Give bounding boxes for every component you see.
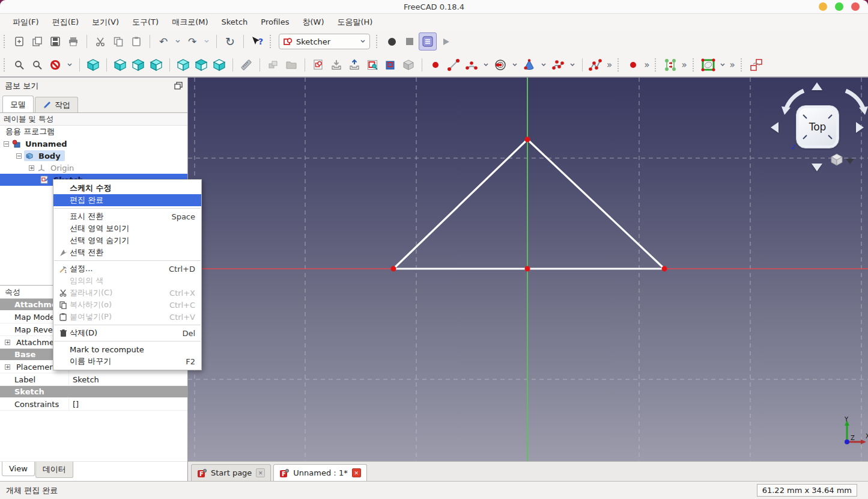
conic-dropdown[interactable]: [538, 56, 549, 74]
nav-arrow-down[interactable]: [812, 164, 822, 171]
macro-stop-button[interactable]: [401, 32, 419, 51]
redo-dropdown[interactable]: [201, 32, 212, 51]
macro-record-button[interactable]: [383, 32, 401, 51]
close-tab-icon[interactable]: ✕: [352, 468, 361, 477]
create-circle-button[interactable]: [491, 56, 509, 74]
tree-item-origin[interactable]: + Origin: [0, 162, 187, 174]
redo-button[interactable]: ↷: [183, 32, 201, 51]
macro-dialog-button[interactable]: [419, 32, 437, 51]
bspline-dropdown[interactable]: [567, 56, 578, 74]
save-button[interactable]: [46, 32, 64, 51]
refresh-button[interactable]: ↻: [221, 32, 239, 51]
new-document-button[interactable]: [10, 32, 28, 51]
sketch-canvas[interactable]: [188, 78, 868, 461]
collapse-toggle[interactable]: −: [4, 141, 9, 147]
leave-sketch-button[interactable]: [363, 56, 381, 74]
bspline-tools-dropdown[interactable]: [717, 56, 728, 74]
menu-edit[interactable]: 편집(E): [46, 15, 85, 29]
toolbar-handle[interactable]: [655, 58, 659, 72]
print-button[interactable]: [64, 32, 82, 51]
measure-button[interactable]: [237, 56, 255, 74]
toolbar-handle[interactable]: [270, 35, 274, 48]
menu-macro[interactable]: 매크로(M): [165, 15, 214, 29]
expand-toggle[interactable]: +: [5, 364, 10, 370]
merge-sketch-button[interactable]: [327, 56, 345, 74]
minimize-button[interactable]: [819, 2, 827, 11]
expand-toggle[interactable]: +: [29, 165, 34, 171]
menu-profiles[interactable]: Profiles: [254, 16, 296, 28]
menu-file[interactable]: 파일(F): [6, 15, 46, 29]
bspline-tools-button[interactable]: [699, 56, 717, 74]
cut-button[interactable]: [91, 32, 109, 51]
property-row-constraints[interactable]: Constraints []: [0, 398, 187, 411]
menu-item-edit-sketch[interactable]: 스케치 수정: [53, 182, 201, 194]
new-sketch-button[interactable]: [309, 56, 327, 74]
expand-toggle[interactable]: +: [5, 340, 10, 345]
tab-unnamed-document[interactable]: F Unnamed : 1* ✕: [273, 464, 366, 481]
paste-button[interactable]: [127, 32, 145, 51]
toolbar-overflow-button[interactable]: »: [728, 60, 737, 70]
tab-start-page[interactable]: F Start page ✕: [191, 464, 271, 481]
toolbar-overflow-button[interactable]: »: [679, 60, 688, 70]
draw-style-dropdown[interactable]: [64, 56, 75, 74]
arc-dropdown[interactable]: [481, 56, 491, 74]
macro-play-button[interactable]: [437, 32, 455, 51]
virtual-space-button[interactable]: [747, 56, 765, 74]
workbench-selector[interactable]: Sketcher: [279, 34, 370, 49]
menu-windows[interactable]: 창(W): [296, 15, 331, 29]
group-button[interactable]: [264, 56, 282, 74]
toolbar-handle[interactable]: [741, 58, 745, 72]
menu-item-show-selection[interactable]: 선태 영역 보이기: [53, 222, 201, 234]
menu-item-toggle-visibility[interactable]: 표시 전환Space: [53, 210, 201, 222]
navigation-cube[interactable]: Top: [796, 105, 839, 148]
toolbar-overflow-button[interactable]: »: [642, 60, 651, 70]
tab-view-properties[interactable]: View: [2, 462, 35, 476]
rear-view-button[interactable]: [174, 56, 192, 74]
view-section-button[interactable]: [399, 56, 417, 74]
copy-button[interactable]: [109, 32, 127, 51]
menu-item-toggle-selectability[interactable]: 선택 전환: [53, 246, 201, 259]
tab-data-properties[interactable]: 데이터: [35, 462, 73, 478]
3d-viewport[interactable]: Top z Y X: [188, 78, 868, 461]
tree-item-body[interactable]: − Body: [0, 150, 187, 162]
point-button[interactable]: [624, 56, 642, 74]
create-arc-button[interactable]: [463, 56, 481, 74]
folder-button[interactable]: [282, 56, 300, 74]
menu-item-delete[interactable]: 삭제(D)Del: [53, 327, 201, 339]
tree-root-application[interactable]: 응용 프로그램: [0, 126, 187, 138]
map-sketch-button[interactable]: [381, 56, 399, 74]
sketch-vertices[interactable]: [391, 137, 667, 272]
constrain-block-button[interactable]: [661, 56, 679, 74]
menu-sketch[interactable]: Sketch: [215, 16, 255, 28]
open-document-button[interactable]: [28, 32, 46, 51]
create-point-button[interactable]: [426, 56, 445, 74]
fit-all-button[interactable]: [10, 56, 28, 74]
nav-arrow-up[interactable]: [812, 82, 822, 90]
create-line-button[interactable]: [445, 56, 463, 74]
front-view-button[interactable]: [111, 56, 129, 74]
tab-tasks[interactable]: 작업: [35, 97, 78, 112]
close-button[interactable]: [851, 2, 860, 11]
menu-item-finish-editing[interactable]: 편집 완료: [53, 194, 201, 206]
left-view-button[interactable]: [210, 56, 228, 74]
menu-tools[interactable]: 도구(T): [126, 15, 165, 29]
create-bspline-button[interactable]: [549, 56, 567, 74]
menu-item-settings[interactable]: 1 설정...Ctrl+D: [53, 263, 201, 275]
toolbar-handle[interactable]: [376, 35, 380, 48]
toolbar-overflow-button[interactable]: »: [605, 60, 614, 70]
toolbar-handle[interactable]: [618, 58, 622, 72]
axonometric-view-button[interactable]: [84, 56, 102, 74]
tree-item-document[interactable]: − Unnamed: [0, 138, 187, 150]
triangle-sketch[interactable]: [393, 139, 664, 269]
create-polyline-button[interactable]: [587, 56, 605, 74]
undo-button[interactable]: ↶: [154, 32, 172, 51]
menu-item-mark-to-recompute[interactable]: Mark to recompute: [53, 343, 201, 355]
menu-item-rename[interactable]: 이름 바꾸기F2: [53, 355, 201, 367]
circle-dropdown[interactable]: [509, 56, 520, 74]
export-sketch-button[interactable]: [345, 56, 363, 74]
toolbar-handle[interactable]: [4, 35, 8, 48]
nav-arrow-right[interactable]: [856, 122, 864, 133]
right-view-button[interactable]: [147, 56, 165, 74]
menu-help[interactable]: 도움말(H): [331, 15, 380, 29]
whats-this-button[interactable]: ?: [248, 32, 266, 51]
